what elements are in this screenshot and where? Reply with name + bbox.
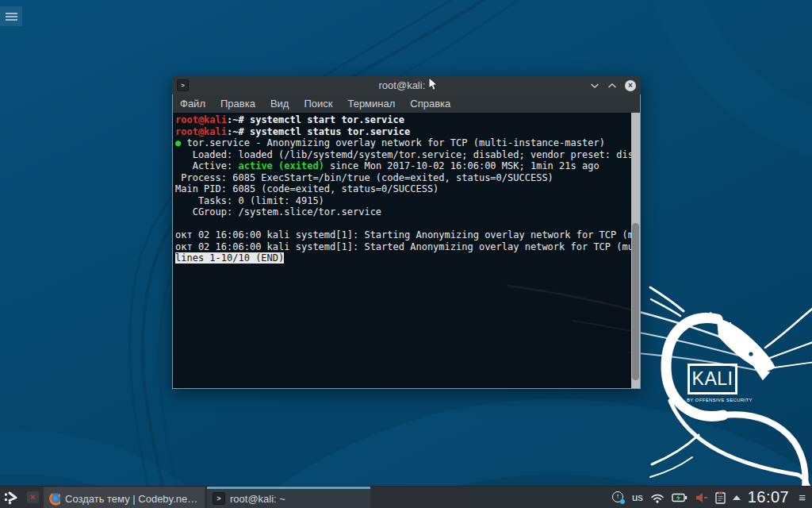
red-x-icon: × bbox=[27, 491, 39, 503]
konsole-window: > root@kali: ~ × Файл Правка Вид Поиск Т… bbox=[172, 76, 641, 389]
menu-search[interactable]: Поиск bbox=[304, 98, 332, 110]
battery-charging-icon[interactable] bbox=[672, 493, 688, 502]
kali-logo-box: KALI bbox=[688, 364, 737, 394]
firefox-icon bbox=[49, 492, 60, 506]
task-firefox-codeby[interactable]: Создать тему | Codeby.net - Фор... bbox=[44, 487, 205, 508]
task-terminal[interactable]: > root@kali: ~ bbox=[207, 487, 370, 508]
system-tray: ↑ us bbox=[612, 487, 812, 508]
task-label: root@kali: ~ bbox=[230, 493, 285, 505]
menu-terminal[interactable]: Терминал bbox=[347, 98, 395, 110]
kali-logo-title: KALI bbox=[692, 368, 733, 390]
mouse-cursor bbox=[428, 77, 439, 92]
volume-muted-icon[interactable] bbox=[695, 492, 708, 503]
close-button[interactable]: × bbox=[625, 80, 636, 91]
menu-help[interactable]: Справка bbox=[410, 98, 450, 110]
panel-settings-icon[interactable]: ≡ bbox=[796, 491, 808, 504]
task-label: Создать тему | Codeby.net - Фор... bbox=[65, 493, 199, 505]
window-title: root@kali: ~ bbox=[172, 79, 641, 91]
keyboard-layout-indicator[interactable]: us bbox=[632, 491, 643, 503]
menu-file[interactable]: Файл bbox=[180, 98, 205, 110]
menu-edit[interactable]: Правка bbox=[220, 98, 255, 110]
maximize-button-icon[interactable] bbox=[607, 83, 617, 89]
kali-menu-icon bbox=[3, 491, 21, 505]
scrollbar-thumb[interactable] bbox=[632, 223, 639, 380]
kali-desktop: { "desktop": { "logo": { "title": "KALI"… bbox=[0, 0, 812, 508]
wifi-icon[interactable] bbox=[650, 492, 665, 503]
terminal-lines: root@kali:~# systemctl start tor.service… bbox=[175, 114, 640, 264]
kali-logo-subtitle: BY OFFENSIVE SECURITY bbox=[687, 398, 739, 402]
taskbar-panel: × Создать тему | Codeby.net - Фор... > r… bbox=[0, 486, 812, 508]
terminal-icon: > bbox=[177, 79, 189, 91]
software-update-icon[interactable]: ↑ bbox=[612, 491, 625, 504]
window-titlebar[interactable]: > root@kali: ~ × bbox=[172, 76, 641, 94]
hamburger-icon bbox=[6, 13, 17, 14]
clipboard-icon[interactable] bbox=[715, 491, 726, 504]
terminal-icon: > bbox=[213, 492, 225, 505]
desktop-toolbox-button[interactable] bbox=[0, 6, 22, 26]
app-launcher-button[interactable] bbox=[0, 487, 24, 508]
quicklaunch-x-button[interactable]: × bbox=[24, 487, 41, 508]
terminal-scrollbar[interactable] bbox=[631, 113, 640, 388]
terminal-output[interactable]: root@kali:~# systemctl start tor.service… bbox=[173, 113, 640, 388]
terminal-menubar: Файл Правка Вид Поиск Терминал Справка bbox=[173, 94, 640, 113]
minimize-button-icon[interactable] bbox=[590, 83, 599, 89]
clock[interactable]: 16:07 bbox=[748, 488, 790, 506]
menu-view[interactable]: Вид bbox=[270, 98, 289, 110]
expand-tray-icon[interactable] bbox=[733, 495, 741, 500]
